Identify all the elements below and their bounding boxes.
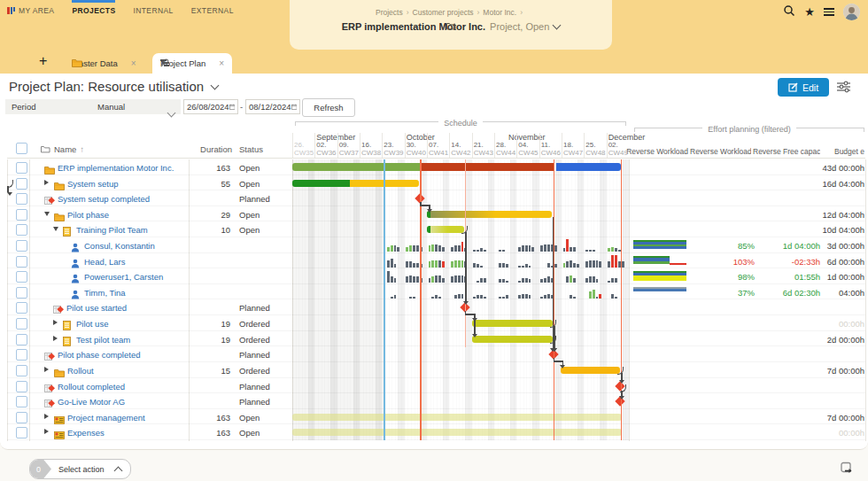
view-dropdown-icon[interactable] xyxy=(211,81,220,89)
breadcrumb-link[interactable]: Projects xyxy=(376,8,403,17)
row-name-link[interactable]: Expenses xyxy=(67,428,105,438)
row-checkbox[interactable] xyxy=(16,349,27,361)
utilisation-histogram-bar xyxy=(397,247,399,252)
row-name-link[interactable]: Consul, Konstantin xyxy=(84,241,155,251)
utilisation-histogram-bar xyxy=(518,247,521,252)
breadcrumb-link[interactable]: Customer projects xyxy=(413,8,474,17)
breadcrumb-link[interactable]: Motor Inc. xyxy=(483,8,516,17)
nav-item-projects[interactable]: PROJECTS xyxy=(72,0,115,15)
favorites-star-icon[interactable]: ★ xyxy=(804,6,815,19)
expand-icon[interactable] xyxy=(44,367,49,372)
gantt-bar[interactable] xyxy=(472,320,553,327)
view-settings-icon[interactable] xyxy=(837,81,850,97)
row-name-link[interactable]: Pilot phase xyxy=(67,210,109,220)
row-name-link[interactable]: System setup completed xyxy=(58,194,150,204)
row-checkbox[interactable] xyxy=(16,302,27,314)
status-column-header[interactable]: Status xyxy=(239,144,263,154)
refresh-button[interactable]: Refresh xyxy=(302,98,355,117)
gantt-bar-segment[interactable] xyxy=(292,163,420,171)
expand-icon[interactable] xyxy=(53,320,58,325)
gantt-bar[interactable] xyxy=(427,226,464,233)
select-action-button[interactable]: 0 Select action xyxy=(29,459,131,479)
row-checkbox[interactable] xyxy=(16,240,27,252)
row-name-link[interactable]: Go-Live Motor AG xyxy=(58,397,125,407)
gantt-bar[interactable] xyxy=(427,211,552,218)
close-tab-icon[interactable]: × xyxy=(131,58,136,68)
expand-icon[interactable] xyxy=(53,336,58,341)
select-action-label: Select action xyxy=(51,465,115,474)
progress-cap xyxy=(427,226,430,233)
row-checkbox[interactable] xyxy=(16,381,27,392)
gantt-bar[interactable] xyxy=(561,367,620,374)
gantt-bar-segment[interactable] xyxy=(292,180,350,187)
nav-item-internal[interactable]: INTERNAL xyxy=(133,0,173,15)
row-checkbox[interactable] xyxy=(16,271,27,283)
row-checkbox[interactable] xyxy=(16,193,27,205)
gantt-bar[interactable] xyxy=(292,429,622,436)
effort-column-header[interactable]: Budget e xyxy=(802,147,864,156)
export-icon[interactable] xyxy=(840,462,852,477)
gantt-bar-segment[interactable] xyxy=(420,163,554,171)
utilisation-histogram-bar xyxy=(461,242,464,252)
period-mode-select[interactable]: Manual xyxy=(97,102,125,112)
expand-icon[interactable] xyxy=(44,414,49,419)
row-name-link[interactable]: Pilot use started xyxy=(66,303,127,313)
row-checkbox[interactable] xyxy=(16,224,27,236)
row-name-link[interactable]: Rollout xyxy=(67,366,94,376)
row-name-link[interactable]: Pilot use xyxy=(76,319,108,329)
utilisation-histogram-bar xyxy=(473,263,476,268)
date-from-input[interactable]: 26/08/2024 xyxy=(183,99,238,114)
edit-button[interactable]: Edit xyxy=(778,78,829,97)
timeline-week-label: 04.CW45 xyxy=(516,141,540,157)
effort-column-header[interactable]: Reverse Workload xyxy=(624,147,688,156)
row-name-link[interactable]: Timm, Tina xyxy=(84,288,126,298)
row-checkbox[interactable] xyxy=(16,427,27,438)
row-checkbox[interactable] xyxy=(16,396,27,407)
row-checkbox[interactable] xyxy=(16,334,27,345)
row-checkbox[interactable] xyxy=(16,178,27,190)
select-all-checkbox[interactable] xyxy=(16,143,27,154)
collapse-icon[interactable] xyxy=(53,227,58,231)
name-column-header[interactable]: Name ↑ xyxy=(41,144,84,154)
gantt-bar[interactable] xyxy=(472,336,553,343)
week-gridline xyxy=(405,133,406,158)
row-name-link[interactable]: Head, Lars xyxy=(84,257,125,267)
row-name-link[interactable]: Test pilot team xyxy=(76,335,130,345)
avatar[interactable] xyxy=(843,4,860,20)
row-checkbox[interactable] xyxy=(16,287,27,299)
utilisation-histogram-bar xyxy=(387,271,390,283)
dependency-arrow xyxy=(552,348,557,352)
close-tab-icon[interactable]: × xyxy=(219,58,224,68)
row-name-link[interactable]: Training Pilot Team xyxy=(76,225,148,235)
tab-project-plan[interactable]: Project Plan× xyxy=(152,53,232,74)
menu-icon[interactable] xyxy=(824,6,834,18)
row-checkbox[interactable] xyxy=(16,209,27,221)
collapse-icon[interactable] xyxy=(44,212,50,216)
row-name-link[interactable]: System setup xyxy=(67,179,119,189)
row-checkbox[interactable] xyxy=(16,256,27,268)
row-name-link[interactable]: ERP implementation Motor Inc. xyxy=(58,163,174,173)
nav-item-external[interactable]: EXTERNAL xyxy=(191,0,234,15)
expand-icon[interactable] xyxy=(44,180,49,185)
utilisation-histogram-bar xyxy=(442,278,445,283)
search-icon[interactable] xyxy=(783,4,795,20)
period-mode-chevron-icon[interactable] xyxy=(168,104,174,120)
row-name-link[interactable]: Project management xyxy=(67,413,145,423)
gantt-bar-segment[interactable] xyxy=(556,163,621,171)
effort-column-header[interactable]: Reverse Workload % xyxy=(690,147,751,156)
date-to-input[interactable]: 08/12/2024 xyxy=(245,99,300,114)
row-checkbox[interactable] xyxy=(16,162,27,174)
duration-column-header[interactable]: Duration xyxy=(177,144,232,154)
nav-item-my-area[interactable]: MY AREA xyxy=(7,0,54,15)
row-name-link[interactable]: Pilot phase completed xyxy=(58,350,140,360)
row-name-link[interactable]: Rollout completed xyxy=(58,382,125,392)
row-name-link[interactable]: Poweruser1, Carsten xyxy=(84,272,163,282)
expand-icon[interactable] xyxy=(44,429,49,434)
gantt-bar[interactable] xyxy=(292,414,622,421)
tab-master-data[interactable]: Master Data× xyxy=(64,53,144,74)
row-checkbox[interactable] xyxy=(16,365,27,376)
row-checkbox[interactable] xyxy=(16,318,27,330)
add-tab-button[interactable]: + xyxy=(39,53,47,69)
project-selector[interactable]: ERP implementation Motor Inc. Project, O… xyxy=(290,21,612,32)
row-checkbox[interactable] xyxy=(16,412,27,423)
